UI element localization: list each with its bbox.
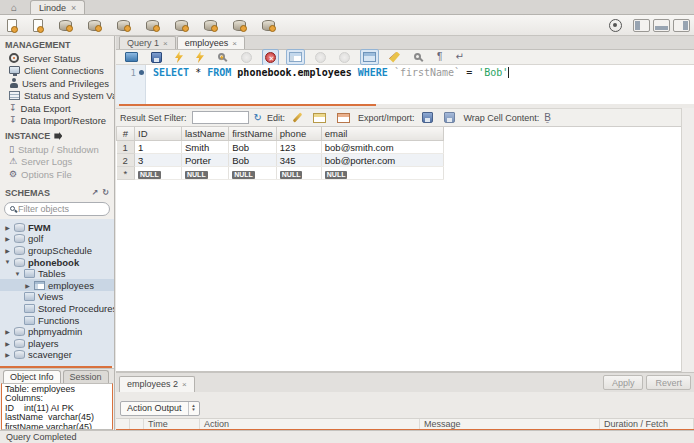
execute-current-statement-icon[interactable] (193, 48, 207, 66)
editor-splitter[interactable] (119, 104, 376, 106)
gear-icon[interactable] (609, 19, 622, 32)
toggle-autocommit-icon[interactable] (360, 49, 379, 65)
output-column-time[interactable]: Time (144, 419, 200, 429)
tree-item-scavenger[interactable]: ▶scavenger (0, 349, 114, 361)
close-icon[interactable]: × (232, 39, 237, 48)
grid-vertical-scrollbar[interactable] (681, 108, 694, 372)
grid-cell[interactable]: Bob (229, 154, 277, 167)
result-filter-input[interactable] (192, 111, 249, 124)
tree-item-views[interactable]: Views (0, 291, 114, 303)
limit-rows-icon[interactable] (286, 49, 305, 65)
grid-cell[interactable]: NULL (276, 167, 321, 180)
output-column-duration-fetch[interactable]: Duration / Fetch (600, 419, 694, 429)
grid-cell[interactable]: Smith (182, 141, 229, 154)
grid-column-header-id[interactable]: ID (135, 127, 182, 141)
tree-item-phpmyadmin[interactable]: ▶phpmyadmin (0, 326, 114, 338)
grid-cell[interactable]: 345 (276, 154, 321, 167)
revert-button[interactable]: Revert (646, 375, 691, 390)
new-function-icon[interactable] (201, 17, 220, 34)
tree-item-golf[interactable]: ▶golf (0, 233, 114, 245)
sql-statement[interactable]: SELECT * FROM phonebook.employees WHERE … (153, 67, 509, 78)
sidebar-item-status-and-system-variables[interactable]: Status and System Variables (0, 90, 114, 103)
grid-column-header-[interactable]: # (117, 127, 135, 141)
result-tab-employees-2[interactable]: employees 2 × (119, 376, 195, 392)
reconnect-server-icon[interactable] (259, 17, 278, 34)
sidebar-item-startup-shutdown[interactable]: ▯Startup / Shutdown (0, 143, 114, 156)
schema-filter[interactable] (4, 202, 110, 216)
close-icon[interactable]: × (163, 39, 168, 48)
grid-cell[interactable]: Bob (229, 141, 277, 154)
execute-icon[interactable] (172, 48, 186, 66)
new-view-icon[interactable] (143, 17, 162, 34)
open-file-icon[interactable] (122, 49, 141, 65)
toggle-bottom-panel-button[interactable] (653, 19, 670, 32)
expand-arrow-icon[interactable]: ▶ (4, 328, 11, 335)
edit-record-icon[interactable] (290, 109, 305, 126)
grid-cell[interactable]: 123 (276, 141, 321, 154)
output-selector-stepper[interactable]: ▲▼ (188, 402, 199, 415)
connection-tab-linode[interactable]: Linode × (30, 0, 85, 14)
home-icon[interactable]: ⌂ (4, 1, 24, 14)
tree-item-functions[interactable]: Functions (0, 314, 114, 326)
expand-arrow-icon[interactable]: ▼ (14, 271, 21, 277)
import-records-icon[interactable] (441, 109, 458, 126)
sidebar-item-users-and-privileges[interactable]: Users and Privileges (0, 77, 114, 90)
expand-arrow-icon[interactable]: ▶ (4, 224, 11, 231)
refresh-schemas-icon[interactable]: ↻ (102, 189, 109, 197)
export-recordset-icon[interactable] (419, 109, 436, 126)
row-header-cell[interactable]: 1 (117, 141, 135, 154)
toggle-stop-on-error-icon[interactable] (262, 49, 279, 66)
grid-cell[interactable]: NULL (321, 167, 443, 180)
sql-editor[interactable]: 1 SELECT * FROM phonebook.employees WHER… (116, 65, 694, 104)
open-sql-script-icon[interactable] (30, 16, 46, 35)
find-icon[interactable] (410, 49, 427, 66)
new-procedure-icon[interactable] (172, 17, 191, 34)
tree-item-employees[interactable]: ▶employees (0, 279, 114, 291)
toggle-word-wrap-icon[interactable]: ↵ (452, 49, 466, 65)
output-column-message[interactable]: Message (420, 419, 600, 429)
output-column-action[interactable]: Action (200, 419, 420, 429)
tree-item-groupschedule[interactable]: ▶groupSchedule (0, 245, 114, 257)
grid-cell[interactable]: bob@smith.com (321, 141, 443, 154)
grid-cell[interactable]: NULL (135, 167, 182, 180)
refresh-results-icon[interactable]: ↻ (254, 113, 262, 123)
tree-item-phonebook[interactable]: ▼phonebook (0, 256, 114, 268)
sidebar-item-data-import-restore[interactable]: ↧Data Import/Restore (0, 115, 114, 128)
beautify-sql-icon[interactable] (386, 49, 403, 66)
explain-icon[interactable] (214, 49, 231, 66)
grid-column-header-phone[interactable]: phone (276, 127, 321, 141)
sidebar-item-data-export[interactable]: ↧Data Export (0, 102, 114, 115)
output-column-icon[interactable] (116, 419, 130, 429)
grid-column-header-lastname[interactable]: lastName (182, 127, 229, 141)
expand-arrow-icon[interactable]: ▶ (4, 235, 11, 242)
grid-cell[interactable]: NULL (182, 167, 229, 180)
rollback-icon[interactable] (336, 49, 353, 66)
expand-schemas-icon[interactable]: ↗ (92, 189, 99, 197)
grid-cell[interactable]: 1 (135, 141, 182, 154)
output-column-icon[interactable] (130, 419, 144, 429)
sidebar-item-options-file[interactable]: ⚙Options File (0, 168, 114, 181)
schema-filter-input[interactable] (18, 204, 88, 214)
grid-column-header-email[interactable]: email (321, 127, 443, 141)
query-tab-employees[interactable]: employees× (177, 36, 245, 49)
toggle-invisible-characters-icon[interactable]: ¶ (434, 49, 445, 65)
delete-row-icon[interactable] (334, 110, 353, 126)
search-database-icon[interactable] (230, 17, 249, 34)
tab-session[interactable]: Session (63, 370, 109, 383)
tab-object-info[interactable]: Object Info (3, 370, 61, 383)
expand-arrow-icon[interactable]: ▶ (4, 351, 11, 358)
expand-arrow-icon[interactable]: ▶ (4, 247, 11, 254)
new-table-icon[interactable] (114, 17, 133, 34)
wrap-cell-content-icon[interactable]: Ḇ (544, 113, 551, 123)
tree-item-tables[interactable]: ▼Tables (0, 268, 114, 280)
stop-icon[interactable] (238, 49, 255, 66)
sidebar-item-client-connections[interactable]: Client Connections (0, 65, 114, 78)
toggle-right-panel-button[interactable] (673, 19, 690, 32)
query-tab-query-1[interactable]: Query 1× (119, 36, 176, 49)
grid-cell[interactable]: Porter (182, 154, 229, 167)
new-connection-icon[interactable] (56, 17, 75, 34)
new-sql-tab-icon[interactable] (4, 16, 20, 35)
expand-arrow-icon[interactable]: ▼ (4, 259, 11, 265)
tree-item-stored-procedures[interactable]: Stored Procedures (0, 303, 114, 315)
close-icon[interactable]: × (71, 3, 76, 13)
